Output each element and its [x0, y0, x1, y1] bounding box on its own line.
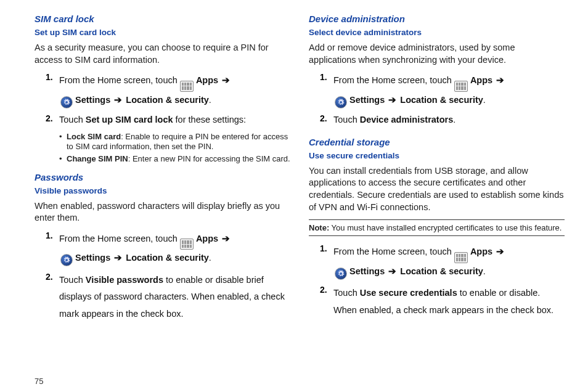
sub-select-admins: Select device administrators	[309, 28, 565, 37]
bold-term: Set up SIM card lock	[86, 115, 173, 125]
arrow-icon: ➔	[221, 234, 231, 243]
sim-step-2: 2. Touch Set up SIM card lock for these …	[35, 113, 290, 127]
pw-intro-text: When enabled, password characters will d…	[35, 200, 290, 224]
bold-term: Change SIM PIN	[67, 154, 128, 163]
nav-text: From the Home screen, touch	[333, 247, 452, 256]
settings-label: Settings	[349, 95, 385, 105]
apps-label: Apps	[196, 75, 218, 85]
cred-step-2: 2. Touch Use secure credentials to enabl…	[309, 285, 565, 319]
apps-icon	[454, 81, 468, 92]
settings-icon	[335, 267, 347, 280]
settings-label: Settings	[349, 266, 385, 276]
text: Touch	[59, 275, 86, 285]
cred-step-1: 1. From the Home screen, touch Apps ➔ Se…	[309, 243, 565, 280]
loc-sec-label: Location & security	[126, 95, 209, 105]
arrow-icon: ➔	[113, 253, 123, 263]
pw-step2-body: Touch Visible passwords to enable or dis…	[59, 272, 290, 323]
note-text: You must have installed encrypted certif…	[329, 223, 561, 232]
bullet-dot: •	[59, 132, 67, 152]
note-label: Note:	[309, 223, 329, 232]
text: : Enter a new PIN for accessing the SIM …	[128, 154, 290, 163]
cred-step2-body: Touch Use secure credentials to enable o…	[333, 285, 565, 319]
sim-step-1: 1. From the Home screen, touch Apps ➔ Se…	[35, 72, 290, 108]
section-credential-storage: Credential storage	[309, 137, 565, 147]
step-number: 2.	[46, 113, 59, 127]
sub-secure-credentials: Use secure credentials	[309, 151, 565, 160]
step-number: 2.	[320, 113, 333, 127]
sub-set-up-sim: Set up SIM card lock	[35, 28, 290, 37]
sub-visible-passwords: Visible passwords	[35, 186, 290, 195]
text: Touch	[59, 115, 86, 125]
settings-label: Settings	[75, 253, 110, 263]
dev-step-1: 1. From the Home screen, touch Apps ➔ Se…	[309, 72, 565, 108]
settings-icon	[335, 96, 347, 108]
bold-term: Use secure credentials	[360, 288, 457, 298]
step-number: 2.	[320, 285, 333, 319]
apps-label: Apps	[470, 75, 492, 85]
bold-term: Device administrators	[360, 115, 454, 125]
cred-step1-body: From the Home screen, touch Apps ➔ Setti…	[333, 243, 565, 280]
section-passwords: Passwords	[35, 172, 290, 182]
note-block: Note: You must have installed encrypted …	[309, 219, 565, 236]
step-number: 1.	[320, 243, 333, 280]
settings-icon	[60, 96, 73, 108]
sim-bullets: • Lock SIM card: Enable to require a PIN…	[35, 132, 290, 165]
text: Touch	[333, 288, 360, 298]
sim-intro-text: As a security measure, you can choose to…	[35, 42, 290, 66]
bold-term: Visible passwords	[86, 275, 163, 285]
arrow-icon: ➔	[387, 95, 398, 105]
nav-text: From the Home screen, touch	[59, 234, 178, 243]
section-sim-card-lock: SIM card lock	[35, 14, 290, 24]
cred-intro-text: You can install credentials from USB sto…	[309, 165, 565, 213]
nav-text: From the Home screen, touch	[333, 75, 452, 85]
pw-step-2: 2. Touch Visible passwords to enable or …	[35, 272, 290, 323]
sim-step1-body: From the Home screen, touch Apps ➔ Setti…	[59, 72, 290, 108]
bullet-lock-sim: • Lock SIM card: Enable to require a PIN…	[59, 132, 290, 152]
bold-term: Lock SIM card	[67, 132, 121, 141]
arrow-icon: ➔	[113, 95, 123, 105]
page-body: SIM card lock Set up SIM card lock As a …	[35, 12, 565, 370]
apps-icon	[180, 81, 194, 92]
pw-step1-body: From the Home screen, touch Apps ➔ Setti…	[59, 231, 290, 267]
arrow-icon: ➔	[495, 75, 505, 85]
apps-icon	[180, 239, 194, 250]
dev-step1-body: From the Home screen, touch Apps ➔ Setti…	[333, 72, 565, 108]
apps-icon	[454, 252, 468, 263]
arrow-icon: ➔	[221, 75, 231, 85]
step-number: 1.	[46, 72, 59, 108]
dev-step-2: 2. Touch Device administrators.	[309, 113, 565, 127]
dev-intro-text: Add or remove device administrators, use…	[309, 42, 565, 66]
dev-step2-body: Touch Device administrators.	[333, 113, 565, 127]
text: for these settings:	[173, 115, 246, 125]
sim-step2-body: Touch Set up SIM card lock for these set…	[59, 113, 290, 127]
apps-label: Apps	[470, 247, 492, 256]
loc-sec-label: Location & security	[126, 253, 209, 263]
section-device-admin: Device administration	[309, 14, 565, 24]
apps-label: Apps	[196, 234, 218, 243]
loc-sec-label: Location & security	[400, 95, 483, 105]
step-number: 1.	[320, 72, 333, 108]
loc-sec-label: Location & security	[400, 266, 483, 276]
left-column: SIM card lock Set up SIM card lock As a …	[35, 12, 290, 370]
text: .	[453, 115, 455, 125]
page-number: 75	[35, 377, 565, 386]
bullet-change-pin: • Change SIM PIN: Enter a new PIN for ac…	[59, 154, 290, 164]
right-column: Device administration Select device admi…	[309, 12, 565, 370]
bullet-dot: •	[59, 154, 67, 164]
settings-icon	[60, 254, 73, 266]
text: Touch	[333, 115, 360, 125]
arrow-icon: ➔	[387, 266, 398, 276]
settings-label: Settings	[75, 95, 110, 105]
step-number: 2.	[46, 272, 59, 323]
arrow-icon: ➔	[495, 247, 505, 256]
nav-text: From the Home screen, touch	[59, 75, 178, 85]
pw-step-1: 1. From the Home screen, touch Apps ➔ Se…	[35, 231, 290, 267]
step-number: 1.	[46, 231, 59, 267]
